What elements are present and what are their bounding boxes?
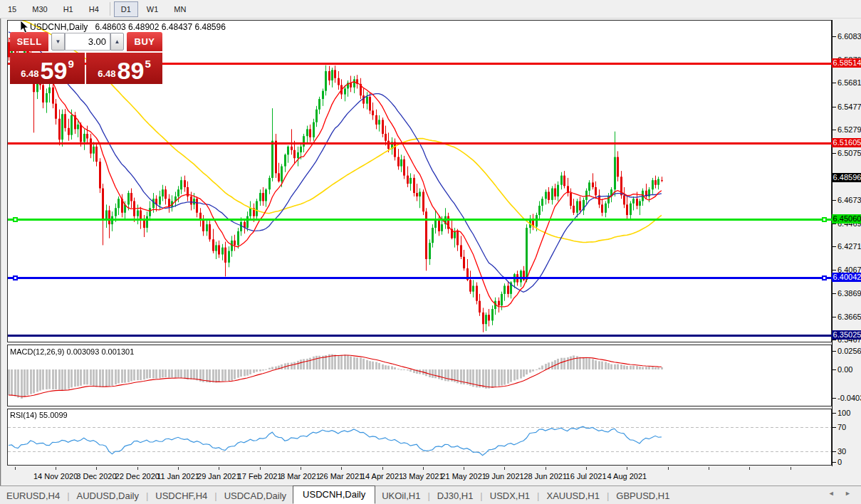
- price-tick-label: 6.60830: [837, 32, 861, 41]
- price-badge-6.58514: 6.58514: [832, 58, 861, 68]
- price-tick-label: 6.36650: [837, 313, 861, 321]
- hline-handle[interactable]: [822, 217, 827, 222]
- date-tick: [178, 467, 179, 470]
- date-tick: [749, 467, 750, 470]
- date-tick: [219, 467, 219, 470]
- date-tick: [504, 467, 505, 470]
- sell-price-base: 6.48: [21, 68, 38, 79]
- hline-handle[interactable]: [822, 275, 827, 280]
- timeframe-button-15[interactable]: 15: [1, 1, 24, 17]
- buy-price-point: 5: [145, 58, 150, 70]
- rsi-label: RSI(14) 55.0099: [10, 411, 68, 419]
- price-tick-label: 6.54770: [837, 103, 861, 111]
- hline-6.51605[interactable]: [8, 142, 832, 145]
- rsi-tick-label: 0: [837, 458, 842, 466]
- sell-price-pips: 59: [41, 60, 68, 81]
- price-tick: [833, 224, 836, 224]
- macd-tick: [833, 398, 836, 399]
- date-label: 28 Jun 2021: [523, 472, 567, 481]
- rsi-tick-label: 70: [837, 423, 846, 431]
- macd-tick: [833, 351, 836, 352]
- sell-price-point: 9: [68, 58, 73, 70]
- hline-6.4506[interactable]: [8, 219, 832, 221]
- hline-handle[interactable]: [13, 275, 18, 280]
- tab-scroll-arrows[interactable]: ◄ ►: [828, 490, 855, 497]
- price-tick: [833, 246, 836, 247]
- volume-input[interactable]: [65, 33, 110, 51]
- rsi-tick: [833, 427, 836, 428]
- date-label: 29 Jan 2021: [197, 472, 241, 481]
- chart-ohlc-values: 6.48603 6.48902 6.48437 6.48596: [95, 22, 226, 32]
- tab-ukoil[interactable]: UKOil,H1: [375, 488, 427, 503]
- date-label: 14 Nov 2020: [33, 472, 78, 481]
- date-label: 3 Dec 2020: [76, 472, 116, 481]
- tab-gbpusd[interactable]: GBPUSD,H1: [610, 488, 676, 503]
- rsi-pane[interactable]: [7, 409, 832, 466]
- date-tick: [301, 467, 301, 470]
- rsi-canvas[interactable]: [8, 409, 831, 465]
- buy-price-button[interactable]: 6.48 89 5: [86, 53, 162, 84]
- date-tick: [137, 467, 138, 470]
- chart-tab-bar: EURUSD,H4|AUDUSD,Daily|USDCHF,H4|USDCAD,…: [0, 485, 861, 504]
- date-tick: [709, 467, 709, 470]
- timeframe-button-d1[interactable]: D1: [114, 1, 138, 17]
- mouse-cursor-icon: [20, 21, 29, 34]
- date-tick: [15, 467, 16, 470]
- price-tick: [833, 130, 836, 130]
- hline-6.35025[interactable]: [8, 335, 832, 337]
- timeframe-button-h1[interactable]: H1: [56, 1, 80, 17]
- date-tick: [790, 467, 791, 470]
- tab-xauusd[interactable]: XAUUSD,H1: [541, 488, 606, 503]
- date-label: 17 Feb 2021: [238, 472, 282, 481]
- price-badge-6.51605: 6.51605: [832, 138, 861, 147]
- date-tick: [668, 467, 669, 470]
- timeframe-button-w1[interactable]: W1: [140, 1, 166, 17]
- buy-price-base: 6.48: [98, 68, 115, 79]
- hline-handle[interactable]: [13, 217, 18, 222]
- hline-6.40042[interactable]: [8, 277, 832, 279]
- volume-increase-button[interactable]: ▲: [110, 33, 124, 51]
- price-tick: [833, 36, 836, 37]
- date-label: 9 Jun 2021: [485, 472, 523, 481]
- tab-usdcad[interactable]: USDCAD,Daily: [218, 488, 293, 503]
- tab-usdcnh[interactable]: USDCNH,Daily: [293, 485, 375, 504]
- date-label: 22 Dec 2020: [115, 472, 160, 481]
- buy-button[interactable]: BUY: [127, 32, 162, 51]
- price-tick-label: 6.38690: [837, 289, 861, 298]
- timeframe-button-m30[interactable]: M30: [25, 1, 54, 17]
- rsi-tick-label: 100: [837, 409, 850, 417]
- date-tick: [464, 467, 464, 470]
- one-click-trading-panel: SELL ▼ ▲ BUY 6.48 59 9 6.48 89 5: [9, 32, 164, 85]
- price-tick: [833, 200, 836, 201]
- rsi-tick: [833, 462, 836, 463]
- price-tick: [833, 317, 836, 317]
- rsi-tick: [833, 413, 836, 414]
- date-tick: [423, 467, 424, 470]
- buy-price-pips: 89: [118, 60, 145, 81]
- tab-eurusd[interactable]: EURUSD,H4: [0, 488, 66, 503]
- timeframe-button-h4[interactable]: H4: [82, 1, 106, 17]
- date-label: 3 May 2021: [402, 472, 443, 481]
- price-badge-6.48596: 6.48596: [832, 173, 861, 182]
- date-label: 21 May 2021: [441, 472, 486, 481]
- date-tick: [586, 467, 587, 470]
- macd-tick-label: -0.040380: [837, 394, 861, 402]
- date-tick: [341, 467, 342, 470]
- volume-decrease-button[interactable]: ▼: [51, 33, 65, 51]
- timeframe-button-mn[interactable]: MN: [167, 1, 193, 17]
- date-label: 26 Mar 2021: [319, 472, 363, 481]
- sell-button[interactable]: SELL: [10, 32, 48, 51]
- rsi-tick: [833, 451, 836, 452]
- tab-usdx[interactable]: USDX,H1: [484, 488, 536, 503]
- price-tick: [833, 107, 836, 107]
- price-tick-label: 6.50750: [837, 149, 861, 157]
- tab-usdchf[interactable]: USDCHF,H4: [149, 488, 214, 503]
- chart-title: USDCNH,Daily 6.48603 6.48902 6.48437 6.4…: [30, 22, 226, 32]
- macd-tick-label: 0.025609: [837, 347, 861, 355]
- macd-tick-label: 0.00: [837, 365, 852, 374]
- tab-audusd[interactable]: AUDUSD,Daily: [71, 488, 145, 503]
- tab-dj30[interactable]: DJ30,H1: [431, 488, 480, 503]
- macd-label: MACD(12,26,9) 0.003093 0.001301: [10, 347, 134, 356]
- sell-price-button[interactable]: 6.48 59 9: [10, 53, 85, 84]
- date-tick: [627, 467, 627, 470]
